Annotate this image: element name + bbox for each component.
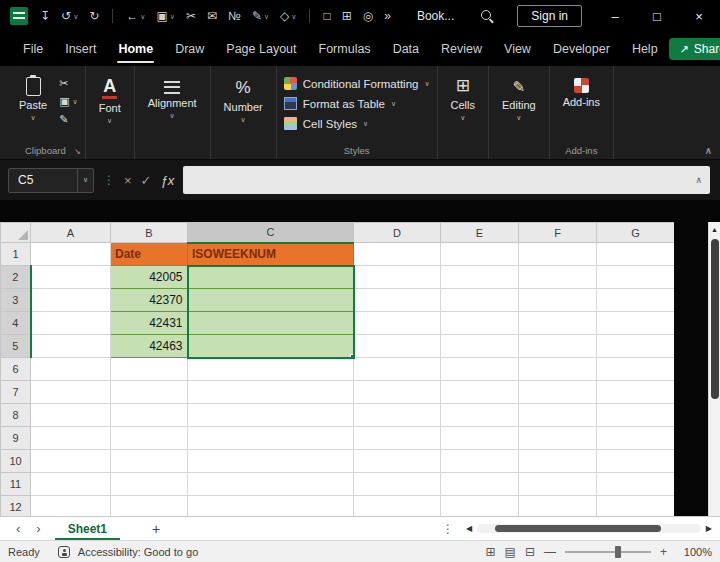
cell-styles-button[interactable]: Cell Styles ∨ — [284, 117, 430, 130]
cell-D1[interactable] — [354, 243, 441, 266]
row-header-11[interactable]: 11 — [1, 473, 31, 496]
row-header-10[interactable]: 10 — [1, 450, 31, 473]
column-header-D[interactable]: D — [354, 223, 441, 243]
cell-F3[interactable] — [519, 289, 597, 312]
cell-B4[interactable]: 42431 — [111, 312, 188, 335]
cell-F11[interactable] — [519, 473, 597, 496]
row-header-7[interactable]: 7 — [1, 381, 31, 404]
page-number-icon[interactable]: № — [228, 9, 241, 23]
cell-G1[interactable] — [597, 243, 675, 266]
cell-E8[interactable] — [441, 404, 519, 427]
cell-F5[interactable] — [519, 335, 597, 358]
undo-icon[interactable]: ↺∨ — [61, 9, 78, 23]
cell-F6[interactable] — [519, 358, 597, 381]
minimize-button[interactable]: – — [594, 0, 636, 32]
overflow-icon[interactable]: » — [384, 9, 391, 23]
cell-F8[interactable] — [519, 404, 597, 427]
row-header-12[interactable]: 12 — [1, 496, 31, 517]
insert-function-icon[interactable]: ƒx — [161, 173, 175, 188]
format-painter-button[interactable]: ✎ — [59, 113, 78, 126]
cell-A9[interactable] — [31, 427, 111, 450]
cell-E7[interactable] — [441, 381, 519, 404]
select-all-corner[interactable] — [1, 223, 31, 243]
cell-G12[interactable] — [597, 496, 675, 517]
cell-G5[interactable] — [597, 335, 675, 358]
number-button[interactable]: % Number ∨ — [218, 70, 269, 123]
cell-E3[interactable] — [441, 289, 519, 312]
zoom-slider[interactable] — [565, 551, 651, 553]
cell-B10[interactable] — [111, 450, 188, 473]
cell-B6[interactable] — [111, 358, 188, 381]
search-icon[interactable] — [480, 9, 495, 24]
cell-B1[interactable]: Date — [111, 243, 188, 266]
cell-E10[interactable] — [441, 450, 519, 473]
table-icon[interactable]: ⊞ — [342, 9, 352, 23]
mail-icon[interactable]: ✉ — [207, 9, 217, 23]
row-header-4[interactable]: 4 — [1, 312, 31, 335]
cell-E2[interactable] — [441, 266, 519, 289]
cell-C2[interactable] — [188, 266, 354, 289]
cell-D2[interactable] — [354, 266, 441, 289]
enter-icon[interactable]: ✓ — [141, 173, 152, 188]
zoom-out-button[interactable]: — — [544, 545, 556, 559]
cell-B12[interactable] — [111, 496, 188, 517]
cell-A12[interactable] — [31, 496, 111, 517]
cell-D11[interactable] — [354, 473, 441, 496]
cell-A2[interactable] — [31, 266, 111, 289]
cell-G7[interactable] — [597, 381, 675, 404]
cell-G10[interactable] — [597, 450, 675, 473]
cell-D8[interactable] — [354, 404, 441, 427]
cell-F1[interactable] — [519, 243, 597, 266]
prev-sheet-button[interactable]: ‹ — [8, 521, 28, 536]
redo-icon[interactable]: ↻ — [89, 9, 99, 23]
cell-C5[interactable] — [188, 335, 354, 358]
column-header-B[interactable]: B — [111, 223, 188, 243]
cell-A1[interactable] — [31, 243, 111, 266]
sheet-tab-sheet1[interactable]: Sheet1 — [55, 517, 120, 540]
back-icon[interactable]: ←∨ — [126, 9, 145, 23]
cell-G3[interactable] — [597, 289, 675, 312]
menu-tab-insert[interactable]: Insert — [54, 32, 107, 66]
chevron-down-icon[interactable]: ∨ — [77, 169, 93, 192]
accessibility-icon[interactable] — [58, 546, 70, 558]
zoom-level[interactable]: 100% — [676, 546, 712, 558]
menu-tab-page-layout[interactable]: Page Layout — [215, 32, 307, 66]
share-button[interactable]: ↗ Share ∨ — [669, 38, 720, 60]
format-painter-icon[interactable]: ✎∨ — [252, 9, 269, 23]
cell-G8[interactable] — [597, 404, 675, 427]
menu-tab-home[interactable]: Home — [107, 32, 164, 66]
cell-C7[interactable] — [188, 381, 354, 404]
column-header-A[interactable]: A — [31, 223, 111, 243]
row-header-1[interactable]: 1 — [1, 243, 31, 266]
shapes-icon[interactable]: ◇∨ — [280, 9, 296, 23]
cell-D10[interactable] — [354, 450, 441, 473]
cell-E9[interactable] — [441, 427, 519, 450]
collapse-ribbon-icon[interactable]: ∧ — [705, 145, 712, 156]
name-box[interactable]: C5 ∨ — [8, 168, 94, 193]
cut-icon[interactable]: ✂ — [186, 9, 196, 23]
clipboard-icon[interactable]: ▣∨ — [156, 9, 174, 23]
scroll-left-icon[interactable]: ◀ — [466, 524, 472, 533]
cell-F2[interactable] — [519, 266, 597, 289]
page-layout-view-button[interactable]: ▤ — [505, 545, 516, 559]
editing-button[interactable]: ✎ Editing ∨ — [496, 70, 542, 121]
sign-in-button[interactable]: Sign in — [517, 5, 582, 27]
normal-view-button[interactable]: ⊞ — [486, 545, 496, 559]
cell-C11[interactable] — [188, 473, 354, 496]
cell-C6[interactable] — [188, 358, 354, 381]
cell-G4[interactable] — [597, 312, 675, 335]
cell-A3[interactable] — [31, 289, 111, 312]
cell-F12[interactable] — [519, 496, 597, 517]
menu-tab-data[interactable]: Data — [382, 32, 430, 66]
zoom-slider-thumb[interactable] — [615, 546, 621, 558]
row-header-6[interactable]: 6 — [1, 358, 31, 381]
cell-D4[interactable] — [354, 312, 441, 335]
fill-handle[interactable] — [350, 354, 354, 358]
maximize-button[interactable]: □ — [636, 0, 678, 32]
scroll-right-icon[interactable]: ▶ — [706, 524, 712, 533]
cells-button[interactable]: ⊞ Cells ∨ — [445, 70, 481, 121]
close-button[interactable]: × — [678, 0, 720, 32]
cell-F10[interactable] — [519, 450, 597, 473]
row-header-9[interactable]: 9 — [1, 427, 31, 450]
row-header-8[interactable]: 8 — [1, 404, 31, 427]
